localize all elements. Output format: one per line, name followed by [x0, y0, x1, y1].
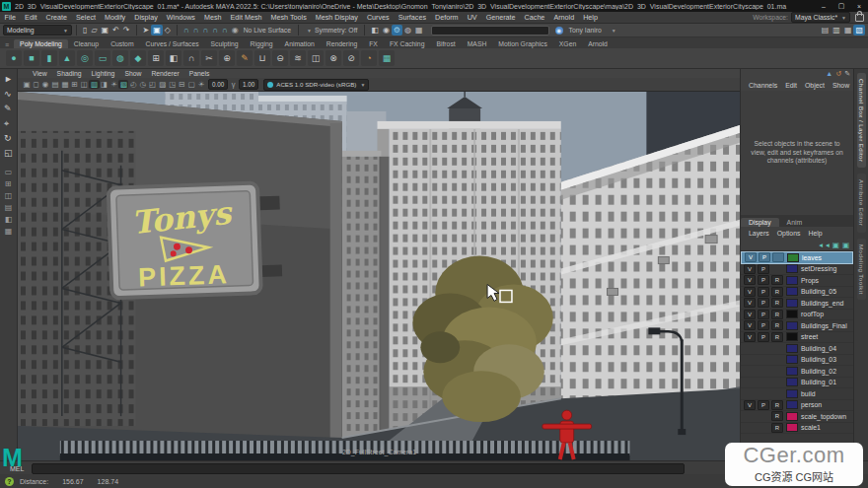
- layer-color-swatch[interactable]: [786, 264, 798, 273]
- tool-settings-toggle-icon[interactable]: ▥: [831, 25, 842, 35]
- bookmarks-icon[interactable]: ▤: [50, 80, 60, 89]
- shelf-tab[interactable]: Arnold: [582, 39, 614, 48]
- poly-torus-icon[interactable]: ◎: [77, 50, 93, 66]
- command-line-input[interactable]: [32, 463, 685, 474]
- layer-visibility-toggle[interactable]: V: [744, 264, 756, 274]
- panel-menu-item[interactable]: Lighting: [87, 70, 120, 77]
- layer-displaytype-toggle[interactable]: [771, 378, 783, 387]
- layer-row[interactable]: V P R person: [741, 400, 853, 412]
- shelf-tab[interactable]: XGen: [553, 39, 582, 48]
- field-chart-icon[interactable]: ▨: [158, 80, 168, 89]
- paint-select-tool-icon[interactable]: ✎: [4, 102, 13, 116]
- new-scene-icon[interactable]: ▯: [81, 25, 89, 35]
- layer-row[interactable]: V P leaves: [741, 251, 853, 264]
- layer-color-swatch[interactable]: [786, 412, 798, 421]
- move-layer-up-icon[interactable]: ◂: [819, 241, 823, 249]
- layer-playback-toggle[interactable]: P: [758, 332, 769, 342]
- bridge-icon[interactable]: ∩: [183, 50, 199, 66]
- layer-visibility-toggle[interactable]: V: [744, 275, 756, 285]
- channel-box-menu-item[interactable]: Show: [829, 82, 853, 89]
- layout-outliner-persp-icon[interactable]: ◧: [5, 214, 13, 226]
- layer-editor-menu-item[interactable]: Help: [804, 230, 826, 237]
- layer-visibility-toggle[interactable]: V: [744, 287, 756, 297]
- layer-row[interactable]: Building_03: [741, 355, 853, 367]
- poly-cone-icon[interactable]: ▲: [59, 50, 75, 66]
- layer-row[interactable]: Building_02: [741, 366, 853, 378]
- hierarchy-mode-icon[interactable]: ➤: [141, 25, 152, 35]
- exposure-value[interactable]: 0.00: [208, 79, 228, 90]
- layer-visibility-toggle[interactable]: [744, 343, 756, 353]
- layer-visibility-toggle[interactable]: V: [744, 320, 756, 330]
- layer-displaytype-toggle[interactable]: R: [771, 423, 783, 433]
- layer-color-swatch[interactable]: [786, 310, 798, 318]
- panel-menu-item[interactable]: Renderer: [146, 70, 183, 77]
- panel-menu-item[interactable]: Shading: [52, 70, 87, 77]
- layer-playback-toggle[interactable]: [758, 388, 769, 398]
- layer-color-swatch[interactable]: [786, 321, 798, 330]
- extrude-icon[interactable]: ⊞: [148, 50, 164, 66]
- layer-editor-tab[interactable]: Display: [741, 218, 779, 227]
- menu-item[interactable]: Surfaces: [394, 13, 430, 22]
- poly-disc-icon[interactable]: ◍: [112, 50, 128, 66]
- layer-playback-toggle[interactable]: P: [758, 320, 769, 330]
- shelf-tab[interactable]: Poly Modeling: [14, 39, 68, 48]
- layer-playback-toggle[interactable]: [758, 411, 769, 421]
- safe-action-icon[interactable]: ▢: [186, 80, 196, 89]
- layout-single-pane-icon[interactable]: ▭: [5, 167, 13, 178]
- close-button[interactable]: ×: [850, 3, 868, 10]
- snap-to-point-icon[interactable]: ∩: [200, 25, 210, 35]
- mirror-icon[interactable]: ◫: [308, 50, 324, 66]
- ipr-render-icon[interactable]: ◉: [381, 25, 392, 35]
- layer-color-swatch[interactable]: [786, 400, 798, 409]
- channel-box-menu-item[interactable]: Channels: [745, 82, 781, 89]
- layer-visibility-toggle[interactable]: [744, 388, 756, 398]
- separate-icon[interactable]: ⊘: [343, 50, 359, 66]
- menu-item[interactable]: Windows: [162, 13, 199, 22]
- snap-to-view-plane-icon[interactable]: ∩: [220, 25, 230, 35]
- layer-color-swatch[interactable]: [786, 389, 798, 398]
- layer-row[interactable]: Building_01: [741, 378, 853, 389]
- layer-color-swatch[interactable]: [786, 332, 798, 341]
- layer-color-swatch[interactable]: [786, 367, 798, 376]
- layer-visibility-toggle[interactable]: [744, 355, 756, 365]
- menu-item[interactable]: Mesh Tools: [266, 13, 311, 22]
- combine-icon[interactable]: ⊗: [326, 50, 341, 66]
- layer-visibility-toggle[interactable]: V: [744, 400, 756, 410]
- attribute-editor-toggle-icon[interactable]: ▤: [820, 25, 832, 35]
- shaded-icon[interactable]: ▥: [89, 80, 99, 89]
- shelf-tab[interactable]: Sculpting: [205, 39, 245, 48]
- layout-hypershade-persp-icon[interactable]: ▦: [5, 226, 13, 238]
- layer-displaytype-toggle[interactable]: R: [771, 411, 783, 421]
- make-live-icon[interactable]: ◉: [230, 25, 241, 35]
- shelf-tab[interactable]: Custom: [105, 39, 139, 48]
- layer-displaytype-toggle[interactable]: [771, 264, 783, 274]
- uv-editor-icon[interactable]: ▦: [379, 50, 395, 66]
- snap-to-grid-icon[interactable]: ∩: [181, 25, 191, 35]
- layer-color-swatch[interactable]: [786, 378, 798, 386]
- layer-playback-toggle[interactable]: [758, 343, 769, 353]
- layer-editor-menu-item[interactable]: Layers: [745, 230, 773, 237]
- menu-item[interactable]: File: [0, 13, 21, 22]
- layer-displaytype-toggle[interactable]: [771, 366, 783, 376]
- sidebar-tab[interactable]: Attribute Editor: [857, 174, 866, 232]
- menu-item[interactable]: Help: [579, 13, 603, 22]
- open-scene-icon[interactable]: ▱: [89, 25, 99, 35]
- layer-playback-toggle[interactable]: [758, 355, 769, 365]
- channel-box-toggle-icon[interactable]: ▦: [842, 25, 854, 35]
- select-by-hierarchy-icon[interactable]: ▲: [826, 69, 832, 79]
- screen-space-ao-icon[interactable]: ◴: [128, 80, 138, 89]
- camera-attributes-icon[interactable]: ◉: [40, 80, 50, 89]
- layer-visibility-toggle[interactable]: [744, 411, 756, 421]
- layer-visibility-toggle[interactable]: V: [745, 252, 757, 262]
- layer-playback-toggle[interactable]: [758, 378, 769, 387]
- layer-color-swatch[interactable]: [786, 276, 798, 285]
- render-frame-icon[interactable]: ◧: [369, 25, 381, 35]
- layer-editor-menu-item[interactable]: Options: [773, 230, 805, 237]
- layer-row[interactable]: V P setDressing: [741, 264, 853, 276]
- snap-to-curve-icon[interactable]: ∩: [191, 25, 201, 35]
- layer-color-swatch[interactable]: [786, 355, 798, 364]
- shelf-tab[interactable]: FX Caching: [384, 39, 431, 48]
- lock-workspace-icon[interactable]: [855, 14, 864, 22]
- minimize-button[interactable]: –: [815, 3, 832, 10]
- quick-selection-input[interactable]: [431, 26, 549, 35]
